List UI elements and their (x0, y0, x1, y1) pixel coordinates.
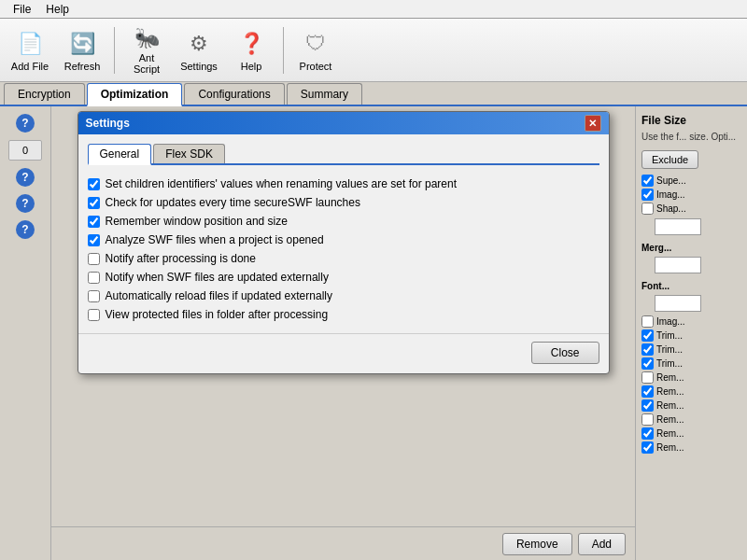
right-input-shap[interactable] (655, 218, 701, 235)
right-checkbox-rem1[interactable]: Rem... (641, 371, 741, 384)
toolbar-separator-2 (283, 27, 284, 74)
center-panel: Settings ✕ General Flex SDK Set childre (51, 106, 635, 560)
right-checkbox-rem6[interactable]: Rem... (641, 441, 741, 454)
tab-summary[interactable]: Summary (287, 83, 362, 105)
checkbox-1[interactable] (88, 197, 100, 209)
right-checkbox-imag2[interactable]: Imag... (641, 315, 741, 328)
right-label-super: Supe... (656, 175, 686, 186)
dialog-close-button[interactable]: Close (531, 342, 599, 364)
checkbox-row-2[interactable]: Remember window position and size (88, 212, 599, 231)
checkbox-4[interactable] (88, 253, 100, 265)
right-cb-rem1[interactable] (641, 371, 654, 384)
menu-file[interactable]: File (6, 1, 38, 18)
refresh-label: Refresh (64, 61, 101, 72)
right-label-trim1: Trim... (656, 330, 683, 341)
checkbox-row-5[interactable]: Notify when SWF files are updated extern… (88, 268, 599, 287)
right-checkbox-rem4[interactable]: Rem... (641, 413, 741, 426)
right-checkbox-rem2[interactable]: Rem... (641, 385, 741, 398)
right-cb-rem2[interactable] (641, 385, 654, 398)
right-cb-shap[interactable] (641, 203, 654, 215)
checkbox-2[interactable] (88, 216, 100, 228)
right-checkbox-rem5[interactable]: Rem... (641, 427, 741, 440)
right-checkbox-rem3[interactable]: Rem... (641, 399, 741, 412)
checkbox-row-3[interactable]: Analyze SWF files when a project is open… (88, 231, 599, 249)
checkbox-5[interactable] (88, 272, 100, 284)
checkbox-row-7[interactable]: View protected files in folder after pro… (88, 305, 599, 324)
settings-button[interactable]: ⚙ Settings (175, 23, 223, 77)
help-circle-3[interactable]: ? (16, 194, 35, 213)
checkbox-row-6[interactable]: Automatically reload files if updated ex… (88, 287, 599, 305)
right-cb-trim2[interactable] (641, 343, 654, 356)
checkbox-3[interactable] (88, 234, 100, 246)
main-content: ? 0 ? ? ? Settings ✕ General Flex SDK (0, 106, 747, 560)
checkbox-row-1[interactable]: Check for updates every time secureSWF l… (88, 193, 599, 212)
right-section-merg: Merg... (641, 243, 741, 253)
settings-icon: ⚙ (184, 29, 214, 59)
dialog-tab-general[interactable]: General (88, 144, 152, 165)
dialog-close-x-button[interactable]: ✕ (585, 115, 601, 132)
checkbox-0[interactable] (88, 178, 100, 190)
checkbox-row-4[interactable]: Notify after processing is done (88, 249, 599, 268)
right-label-shap: Shap... (656, 203, 686, 214)
help-circle-2[interactable]: ? (16, 168, 35, 187)
tab-encryption[interactable]: Encryption (4, 83, 85, 105)
checkbox-label-7: View protected files in folder after pro… (106, 308, 329, 321)
right-cb-rem3[interactable] (641, 399, 654, 412)
checkbox-6[interactable] (88, 290, 100, 302)
right-cb-imag2[interactable] (641, 315, 654, 328)
right-checkbox-trim1[interactable]: Trim... (641, 329, 741, 342)
dialog-tab-flex-sdk[interactable]: Flex SDK (153, 144, 225, 163)
settings-label: Settings (180, 61, 218, 72)
right-input-merg[interactable] (655, 257, 701, 273)
help-button[interactable]: ❓ Help (227, 23, 275, 77)
bottom-bar: Remove Add (51, 526, 635, 560)
checkbox-list: Set children identifiers' values when re… (88, 175, 599, 324)
right-cb-rem5[interactable] (641, 427, 654, 440)
protect-label: Protect (300, 61, 332, 72)
right-cb-trim3[interactable] (641, 357, 654, 370)
tab-configurations[interactable]: Configurations (184, 83, 284, 105)
add-file-button[interactable]: 📄 Add File (6, 23, 54, 77)
right-cb-trim1[interactable] (641, 329, 654, 342)
right-panel-desc: Use the f... size. Opti... (641, 131, 741, 143)
checkbox-label-6: Automatically reload files if updated ex… (106, 289, 332, 302)
checkbox-label-0: Set children identifiers' values when re… (106, 177, 458, 190)
checkbox-label-5: Notify when SWF files are updated extern… (106, 271, 329, 284)
right-cb-imag1[interactable] (641, 189, 654, 201)
dialog-tab-bar: General Flex SDK (88, 144, 599, 165)
exclude-button[interactable]: Exclude (641, 150, 698, 169)
refresh-button[interactable]: 🔄 Refresh (58, 23, 106, 77)
right-checkbox-trim3[interactable]: Trim... (641, 357, 741, 370)
protect-button[interactable]: 🛡 Protect (291, 23, 340, 77)
menu-help[interactable]: Help (38, 1, 77, 18)
dialog-footer: Close (78, 333, 609, 373)
right-checkbox-shap[interactable]: Shap... (641, 203, 741, 215)
dialog-titlebar: Settings ✕ (78, 112, 609, 134)
dialog-overlay: Settings ✕ General Flex SDK Set childre (51, 106, 635, 560)
ant-script-button[interactable]: 🐜 Ant Script (122, 23, 171, 77)
right-section-font: Font... (641, 281, 741, 291)
right-panel: File Size Use the f... size. Opti... Exc… (635, 106, 747, 560)
tab-optimization[interactable]: Optimization (87, 83, 183, 106)
remove-button[interactable]: Remove (502, 533, 572, 555)
dialog-title: Settings (86, 117, 130, 130)
left-input[interactable]: 0 (8, 140, 42, 161)
help-circle-4[interactable]: ? (16, 220, 35, 239)
help-circle-1[interactable]: ? (16, 114, 35, 133)
add-button[interactable]: Add (578, 533, 626, 555)
right-label-trim3: Trim... (656, 358, 683, 369)
add-file-icon: 📄 (15, 29, 45, 59)
right-checkbox-trim2[interactable]: Trim... (641, 343, 741, 356)
right-label-rem6: Rem... (656, 442, 684, 453)
right-checkbox-super[interactable]: Supe... (641, 175, 741, 187)
right-input-font[interactable] (655, 295, 701, 312)
right-panel-title: File Size (641, 114, 741, 127)
help-label: Help (241, 61, 262, 72)
checkbox-row-0[interactable]: Set children identifiers' values when re… (88, 175, 599, 193)
right-cb-rem6[interactable] (641, 441, 654, 454)
right-checkbox-imag1[interactable]: Imag... (641, 189, 741, 201)
right-cb-super[interactable] (641, 175, 654, 187)
right-label-trim2: Trim... (656, 344, 683, 355)
right-cb-rem4[interactable] (641, 413, 654, 426)
checkbox-7[interactable] (88, 309, 100, 321)
